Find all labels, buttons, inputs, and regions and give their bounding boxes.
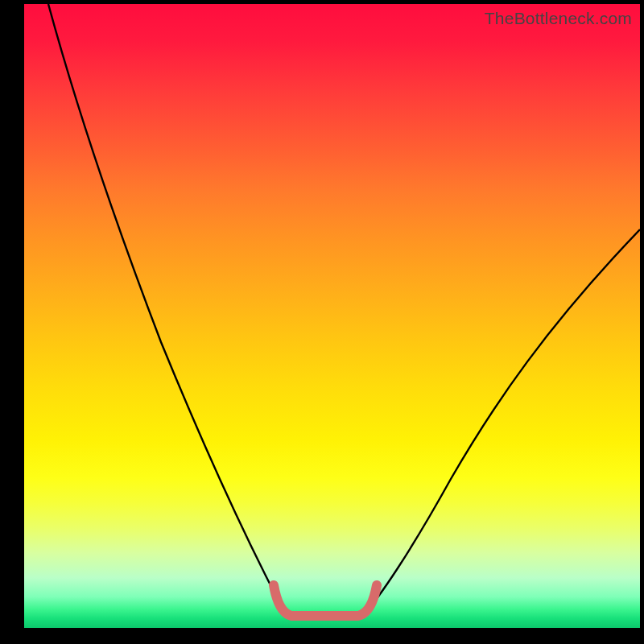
chart-frame: TheBottleneck.com: [0, 0, 644, 644]
left-curve: [48, 4, 290, 616]
chart-svg: [24, 4, 640, 628]
flat-bracket: [274, 585, 377, 616]
plot-area: TheBottleneck.com: [24, 4, 640, 628]
right-curve: [362, 229, 640, 616]
